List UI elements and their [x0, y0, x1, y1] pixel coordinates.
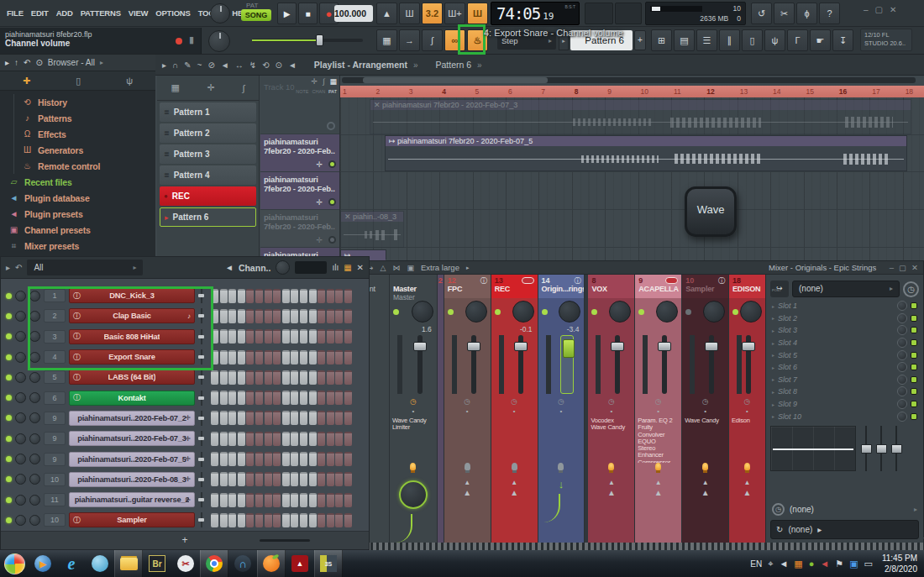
step-cell[interactable]: [238, 309, 245, 323]
slot-mix-knob[interactable]: [897, 301, 907, 311]
slot-mix-knob[interactable]: [897, 350, 907, 360]
strip-enable-led[interactable]: [685, 309, 691, 315]
step-cell[interactable]: [282, 513, 290, 527]
step-cell[interactable]: [246, 391, 254, 405]
browser-title[interactable]: Browser - All: [48, 58, 95, 67]
channel-enable-led[interactable]: [6, 436, 12, 442]
slot-enable-led[interactable]: [911, 364, 917, 370]
channel-button[interactable]: ⓘ piahinamatsuri..2020-Feb-07_2 ✛: [69, 411, 195, 426]
strip-pan-knob[interactable]: [559, 301, 580, 323]
window-toggle-button[interactable]: Γ: [787, 29, 808, 51]
step-cell[interactable]: [228, 493, 236, 507]
strip-fader-track[interactable]: [518, 335, 523, 394]
step-cell[interactable]: [327, 411, 334, 425]
step-cell[interactable]: [265, 411, 272, 425]
add-pattern-button[interactable]: +: [634, 30, 646, 50]
step-cell[interactable]: [291, 370, 298, 385]
step-cell[interactable]: [238, 329, 245, 344]
track-enable-dot[interactable]: [328, 160, 336, 168]
taskbar-app-button[interactable]: [200, 550, 228, 577]
step-cell[interactable]: [220, 309, 228, 323]
step-cell[interactable]: [309, 513, 317, 527]
main-pitch-knob[interactable]: [208, 30, 230, 52]
channel-target-slider[interactable]: [198, 431, 204, 446]
window-toggle-button[interactable]: ψ: [764, 29, 785, 51]
step-cell[interactable]: [327, 350, 334, 365]
taskbar-app-button[interactable]: [0, 550, 29, 577]
step-cell[interactable]: [344, 329, 352, 344]
pattern-list-item[interactable]: ▸ Pattern 6: [160, 207, 256, 227]
secondary-icon-button[interactable]: ▦: [376, 29, 397, 51]
rack-detach-icon[interactable]: ▸: [6, 263, 10, 272]
browser-back-icon[interactable]: ▸: [5, 58, 9, 67]
route-up-icon-2[interactable]: ▲: [463, 490, 471, 496]
slot-mix-knob[interactable]: [897, 313, 907, 323]
mixer-strip[interactable]: 10 ⓘ Sampler: [682, 275, 729, 543]
step-cell[interactable]: [220, 350, 228, 365]
tray-icon[interactable]: ▣: [849, 559, 858, 569]
slot-mix-knob[interactable]: [897, 386, 907, 396]
step-cell[interactable]: [220, 370, 228, 385]
route-down-icon[interactable]: ↓: [559, 480, 564, 489]
step-cell[interactable]: [265, 472, 272, 486]
mute-pill-icon[interactable]: [522, 277, 534, 284]
mixer-strip[interactable]: 8 ⓘ VOX: [588, 275, 635, 543]
channel-target-slider[interactable]: [198, 512, 204, 527]
fx-slot-row[interactable]: ▸ Slot 5: [770, 349, 919, 361]
slot-arrow-icon[interactable]: ▸: [772, 315, 774, 321]
strip-pan-knob[interactable]: [465, 301, 487, 323]
step-cell[interactable]: [238, 472, 245, 486]
hint-knob[interactable]: [210, 3, 230, 24]
step-cell[interactable]: [220, 493, 228, 507]
mixer-tool-icon[interactable]: ▣: [407, 264, 414, 272]
step-cell[interactable]: [265, 289, 272, 303]
step-cell[interactable]: [300, 411, 307, 425]
strip-pan-knob[interactable]: [703, 301, 725, 323]
step-cell[interactable]: [273, 432, 281, 446]
channel-enable-led[interactable]: [6, 415, 12, 421]
strip-header[interactable]: 14 ⓘ Origin...rings: [538, 275, 585, 298]
step-cell[interactable]: [265, 391, 272, 405]
browser-tab-plugin-icon[interactable]: ψ: [126, 76, 133, 86]
step-cell[interactable]: [300, 309, 307, 323]
step-cell[interactable]: [255, 289, 263, 303]
step-cell[interactable]: [220, 391, 228, 405]
secondary-icon-button[interactable]: ∫: [422, 29, 443, 51]
step-cell[interactable]: [265, 513, 272, 527]
channel-mixer-number[interactable]: 9: [44, 453, 66, 466]
volume-slider-thumb[interactable]: [316, 34, 323, 46]
track-dial-icon[interactable]: [327, 122, 335, 130]
step-cell[interactable]: [228, 370, 236, 385]
step-cell[interactable]: [309, 309, 317, 323]
mic-record-button[interactable]: ɸ: [796, 3, 817, 24]
channel-mixer-number[interactable]: 6: [44, 391, 66, 405]
strip-fader-thumb[interactable]: [658, 342, 671, 351]
channel-volume-knob[interactable]: [29, 392, 40, 403]
step-cell[interactable]: [220, 472, 228, 486]
step-cell[interactable]: [211, 472, 218, 486]
menu-item[interactable]: PATTERNS: [81, 8, 121, 18]
fx-slot-row[interactable]: ▸ Slot 1: [770, 300, 919, 312]
step-cell[interactable]: [255, 513, 263, 527]
picker-audio-icon[interactable]: ✛: [207, 82, 215, 93]
timeline-ruler[interactable]: 123456789101112131415161718: [340, 86, 924, 97]
strip-plugin-list[interactable]: [444, 416, 491, 463]
mixer-tool-icon[interactable]: ⋈: [392, 264, 400, 272]
step-cell[interactable]: [327, 289, 334, 303]
strip-fader-track[interactable]: [709, 335, 714, 394]
window-toggle-button[interactable]: ▤: [674, 29, 695, 51]
step-cell[interactable]: [318, 309, 325, 323]
mixer-strip[interactable]: 13 ⓘ REC -0.1: [491, 275, 538, 543]
step-cell[interactable]: [220, 411, 228, 425]
lamp-icon[interactable]: [608, 463, 614, 470]
step-cell[interactable]: [265, 350, 272, 365]
transport-icon-button[interactable]: Ш: [467, 3, 488, 24]
channel-mixer-number[interactable]: 9: [44, 432, 66, 445]
rack-hscrollbar[interactable]: [260, 539, 310, 542]
step-cell[interactable]: [318, 289, 325, 303]
rack-swing-knob[interactable]: [276, 260, 290, 275]
pattern-list-item[interactable]: ● REC: [160, 186, 256, 206]
channel-volume-knob[interactable]: [29, 412, 40, 423]
menu-item[interactable]: ADD: [56, 8, 73, 18]
browser-tree-item[interactable]: ♨ Remote control: [0, 158, 155, 174]
